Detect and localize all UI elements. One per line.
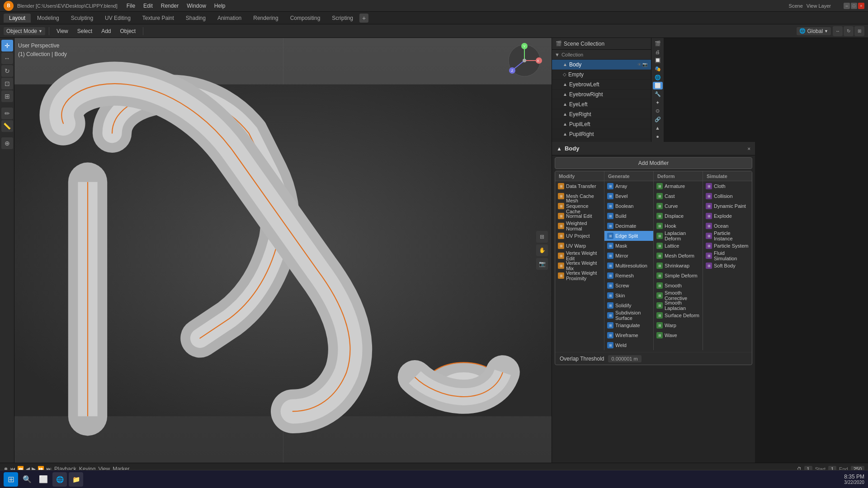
- transform-btn[interactable]: ↔: [833, 26, 843, 36]
- outliner-item-eyeright[interactable]: ▲ EyeRight: [552, 109, 651, 119]
- pan-btn[interactable]: ✋: [536, 244, 548, 256]
- overlap-threshold-value[interactable]: 0.000001 m: [608, 355, 642, 362]
- mod-wireframe[interactable]: ⊞ Wireframe: [604, 330, 653, 340]
- toolbar-select[interactable]: Select: [74, 27, 96, 35]
- mod-smooth-corrective[interactable]: ⊞ Smooth Corrective: [654, 291, 703, 300]
- rotate-tool[interactable]: ↻: [1, 65, 13, 77]
- mod-shrinkwrap[interactable]: ⊞ Shrinkwrap: [654, 261, 703, 271]
- rotate-btn[interactable]: ↻: [844, 26, 854, 36]
- mod-build[interactable]: ⊞ Build: [604, 211, 653, 221]
- maximize-button[interactable]: □: [851, 3, 857, 9]
- mod-hook[interactable]: ⊞ Hook: [654, 221, 703, 231]
- mod-mesh-deform[interactable]: ⊞ Mesh Deform: [654, 251, 703, 261]
- tab-texture-paint[interactable]: Texture Paint: [137, 14, 179, 23]
- global-transform-dropdown[interactable]: 🌐 Global ▼: [797, 27, 831, 35]
- constraints-props-icon[interactable]: 🔗: [653, 116, 663, 123]
- camera-btn[interactable]: 📷: [536, 258, 548, 270]
- scale-btn[interactable]: ⊞: [854, 26, 864, 36]
- mod-surface-deform[interactable]: ⊞ Surface Deform: [654, 310, 703, 320]
- mod-uv-warp[interactable]: ⊞ UV Warp: [555, 241, 604, 251]
- menu-render[interactable]: Render: [157, 2, 182, 10]
- mod-remesh[interactable]: ⊞ Remesh: [604, 271, 653, 281]
- mod-weighted-normal[interactable]: ⊞ Weighted Normal: [555, 221, 604, 231]
- data-props-icon[interactable]: ▲: [653, 124, 663, 132]
- outliner-item-pupilright[interactable]: ▲ PupilRight: [552, 129, 651, 139]
- search-button[interactable]: 🔍: [20, 472, 34, 487]
- mod-smooth-laplacian[interactable]: ⊞ Smooth Laplacian: [654, 300, 703, 310]
- mod-fluid-simulation[interactable]: ⊞ Fluid Simulation: [703, 251, 752, 261]
- mod-cast[interactable]: ⊞ Cast: [654, 191, 703, 201]
- physics-props-icon[interactable]: ⊙: [653, 107, 663, 115]
- material-props-icon[interactable]: ●: [653, 132, 663, 140]
- tab-layout[interactable]: Layout: [4, 14, 31, 23]
- mod-displace[interactable]: ⊞ Displace: [654, 211, 703, 221]
- mod-wave[interactable]: ⊞ Wave: [654, 330, 703, 340]
- mod-armature[interactable]: ⊞ Armature: [654, 181, 703, 191]
- outliner-item-eyebrowright[interactable]: ▲ EyebrowRight: [552, 89, 651, 99]
- edge-taskbar-btn[interactable]: 🌐: [52, 472, 67, 487]
- mod-vertex-weight-edit[interactable]: ⊞ Vertex Weight Edit: [555, 251, 604, 261]
- cursor-tool[interactable]: ✛: [1, 40, 13, 52]
- menu-edit[interactable]: Edit: [140, 2, 156, 10]
- tab-rendering[interactable]: Rendering: [248, 14, 283, 23]
- mod-triangulate[interactable]: ⊞ Triangulate: [604, 320, 653, 330]
- menu-help[interactable]: Help: [211, 2, 229, 10]
- mod-cloth[interactable]: ⊞ Cloth: [703, 181, 752, 191]
- close-button[interactable]: ×: [858, 3, 864, 9]
- add-cube-tool[interactable]: ⊕: [1, 137, 13, 149]
- mod-multiresolution[interactable]: ⊞ Multiresolution: [604, 261, 653, 271]
- mod-skin[interactable]: ⊞ Skin: [604, 291, 653, 300]
- mod-lattice[interactable]: ⊞ Lattice: [654, 241, 703, 251]
- mod-screw[interactable]: ⊞ Screw: [604, 281, 653, 291]
- measure-tool[interactable]: 📏: [1, 120, 13, 132]
- viewport-3d[interactable]: User Perspective (1) Collection | Body X…: [14, 38, 552, 463]
- menu-window[interactable]: Window: [183, 2, 210, 10]
- mod-mesh-sequence-cache[interactable]: ⊞ Mesh Sequence Cache: [555, 201, 604, 211]
- render-icon[interactable]: 📷: [642, 62, 647, 67]
- world-props-icon[interactable]: 🌐: [653, 74, 663, 81]
- collection-expand-icon[interactable]: ▼: [555, 52, 560, 57]
- mod-explode[interactable]: ⊞ Explode: [703, 211, 752, 221]
- mod-subdivision-surface[interactable]: ⊞ Subdivision Surface: [604, 310, 653, 320]
- start-button[interactable]: ⊞: [4, 472, 18, 487]
- add-modifier-button[interactable]: Add Modifier: [555, 157, 752, 169]
- outliner-item-eyeleft[interactable]: ▲ EyeLeft: [552, 99, 651, 109]
- mod-data-transfer[interactable]: ⊞ Data Transfer: [555, 181, 604, 191]
- mod-dynamic-paint[interactable]: ⊞ Dynamic Paint: [703, 201, 752, 211]
- annotate-tool[interactable]: ✏: [1, 108, 13, 119]
- tab-compositing[interactable]: Compositing: [285, 14, 326, 23]
- mod-solidify[interactable]: ⊞ Solidify: [604, 300, 653, 310]
- modifier-props-icon[interactable]: 🔧: [653, 90, 663, 98]
- tab-scripting[interactable]: Scripting: [326, 14, 359, 23]
- outliner-item-empty[interactable]: ◇ Empty: [552, 70, 651, 80]
- toolbar-view[interactable]: View: [53, 27, 72, 35]
- mode-dropdown[interactable]: Object Mode ▼: [4, 27, 45, 35]
- mod-edge-split[interactable]: ⊞ Edge Split: [604, 231, 653, 241]
- mod-decimate[interactable]: ⊞ Decimate: [604, 221, 653, 231]
- mod-vertex-weight-proximity[interactable]: ⊞ Vertex Weight Proximity: [555, 271, 604, 281]
- mod-smooth[interactable]: ⊞ Smooth: [654, 281, 703, 291]
- zoom-extents-btn[interactable]: ⊞: [536, 231, 548, 243]
- mod-particle-instance[interactable]: ⊞ Particle Instance: [703, 231, 752, 241]
- scale-tool[interactable]: ⊡: [1, 78, 13, 89]
- toolbar-add[interactable]: Add: [98, 27, 114, 35]
- visibility-icon[interactable]: 👁: [637, 62, 642, 67]
- add-workspace-button[interactable]: +: [359, 14, 368, 23]
- toolbar-object[interactable]: Object: [116, 27, 139, 35]
- tab-sculpting[interactable]: Sculpting: [66, 14, 99, 23]
- tab-uv-editing[interactable]: UV Editing: [99, 14, 136, 23]
- mod-bevel[interactable]: ⊞ Bevel: [604, 191, 653, 201]
- mod-vertex-weight-mix[interactable]: ⊞ Vertex Weight Mix: [555, 261, 604, 271]
- menu-file[interactable]: File: [123, 2, 139, 10]
- output-props-icon[interactable]: 🖨: [653, 48, 663, 56]
- object-props-icon[interactable]: ⬜: [653, 82, 663, 89]
- mod-particle-system[interactable]: ⊞ Particle System: [703, 241, 752, 251]
- mod-laplacian-deform[interactable]: ⊞ Laplacian Deform: [654, 231, 703, 241]
- mod-mask[interactable]: ⊞ Mask: [604, 241, 653, 251]
- particles-props-icon[interactable]: ✦: [653, 99, 663, 107]
- mod-simple-deform[interactable]: ⊞ Simple Deform: [654, 271, 703, 281]
- render-props-icon[interactable]: 🎬: [653, 40, 663, 47]
- mod-weld[interactable]: ⊞ Weld: [604, 340, 653, 350]
- explorer-taskbar-btn[interactable]: 📁: [69, 472, 83, 487]
- mod-ocean[interactable]: ⊞ Ocean: [703, 221, 752, 231]
